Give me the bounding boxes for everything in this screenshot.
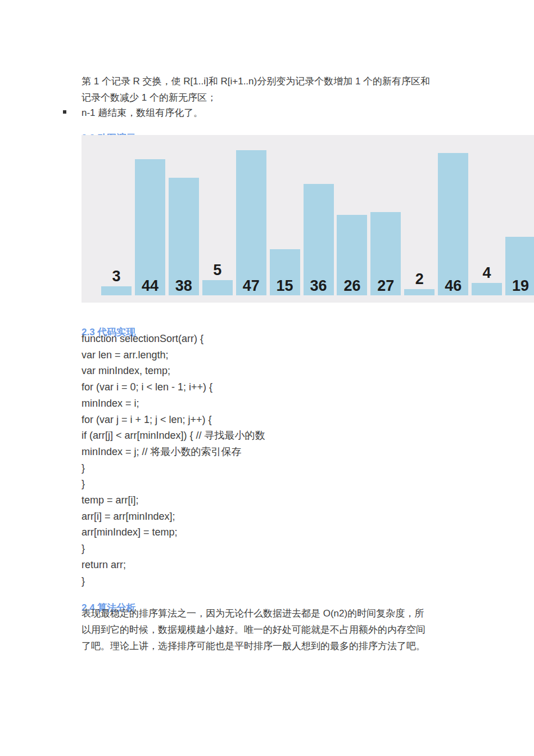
code-line: temp = arr[i]; — [82, 492, 265, 508]
bar-value-label: 5 — [198, 262, 237, 278]
analysis-paragraph: 表现最稳定的排序算法之一，因为无论什么数据进去都是 O(n2)的时间复杂度，所以… — [82, 605, 426, 654]
code-line: for (var i = 0; i < len - 1; i++) { — [82, 379, 265, 395]
code-line: arr[minIndex] = temp; — [82, 524, 265, 541]
bar — [472, 283, 502, 295]
bar — [135, 159, 165, 295]
bar — [202, 280, 233, 296]
code-line: var minIndex, temp; — [82, 363, 265, 379]
code-line: return arr; — [82, 557, 265, 573]
analysis-line: 了吧。理论上讲，选择排序可能也是平时排序一般人想到的最多的排序方法了吧。 — [82, 638, 426, 654]
bar — [404, 289, 435, 295]
analysis-line: 表现最稳定的排序算法之一，因为无论什么数据进去都是 O(n2)的时间复杂度，所 — [82, 605, 426, 622]
code-line: } — [82, 476, 265, 492]
code-line: for (var j = i + 1; j < len; j++) { — [82, 412, 265, 428]
article-page: 第 1 个记录 R 交换，使 R[1..i]和 R[i+1..n)分别变为记录个… — [0, 0, 534, 756]
code-line: function selectionSort(arr) { — [82, 331, 265, 347]
code-line: minIndex = j; // 将最小数的索引保存 — [82, 444, 265, 460]
bar — [438, 153, 468, 295]
bar — [236, 150, 266, 296]
code-line: minIndex = i; — [82, 395, 265, 412]
bar-value-label: 19 — [501, 278, 534, 294]
code-line: arr[i] = arr[minIndex]; — [82, 508, 265, 525]
bullet-item: n-1 趟结束，数组有序化了。 — [82, 105, 203, 121]
analysis-line: 以用到它的时候，数据规模越小越好。唯一的好处可能就是不占用额外的内存空间 — [82, 622, 426, 638]
code-line: } — [82, 460, 265, 476]
code-line: } — [82, 573, 265, 590]
code-line: if (arr[j] < arr[minIndex]) { // 寻找最小的数 — [82, 428, 265, 444]
bullet-square-icon — [63, 110, 66, 114]
intro-line: 记录个数减少 1 个的新无序区； — [82, 89, 430, 106]
code-block: function selectionSort(arr) {var len = a… — [82, 331, 265, 589]
intro-paragraph: 第 1 个记录 R 交换，使 R[1..i]和 R[i+1..n)分别变为记录个… — [82, 73, 430, 106]
bar — [101, 286, 132, 296]
code-line: } — [82, 541, 265, 557]
intro-line: 第 1 个记录 R 交换，使 R[1..i]和 R[i+1..n)分别变为记录个… — [82, 73, 430, 89]
code-line: var len = arr.length; — [82, 347, 265, 363]
bar-value-label: 38 — [164, 278, 203, 294]
selection-sort-bar-chart: 3443854715362627246419 — [82, 135, 534, 303]
